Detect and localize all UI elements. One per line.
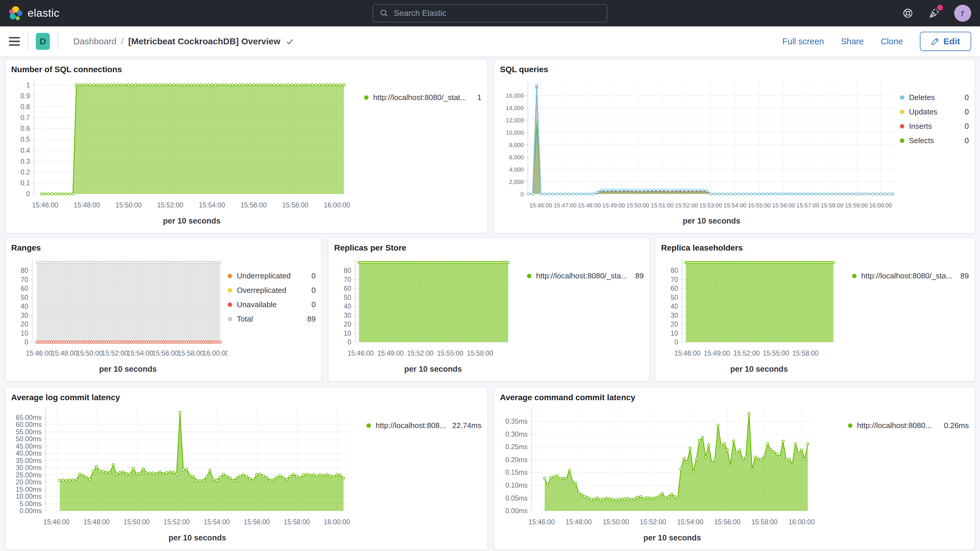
svg-text:15:52:00: 15:52:00	[102, 349, 128, 357]
svg-text:per 10 seconds: per 10 seconds	[169, 533, 226, 542]
chart-sql-connections[interactable]: 00.10.20.30.40.50.60.70.80.9115:46:0015:…	[11, 76, 364, 228]
legend-item[interactable]: Unavailable0	[228, 300, 316, 309]
svg-text:15:58:00: 15:58:00	[282, 201, 309, 209]
full-screen-button[interactable]: Full screen	[782, 37, 824, 46]
panel-title[interactable]: Replicas per Store	[334, 243, 644, 253]
svg-text:0.7: 0.7	[21, 114, 30, 121]
chart-log-commit-latency[interactable]: 0.00ms5.00ms10.00ms15.00ms20.00ms25.00ms…	[11, 404, 366, 545]
panel-title[interactable]: Ranges	[11, 243, 316, 253]
legend-item[interactable]: Deletes0	[900, 93, 969, 102]
svg-text:15:58:00: 15:58:00	[821, 202, 843, 209]
legend-item[interactable]: http://localhost:8080/_sta...89	[527, 271, 644, 280]
chart-svg[interactable]: 0.00ms0.05ms0.10ms0.15ms0.20ms0.25ms0.30…	[500, 404, 848, 545]
chart-svg[interactable]: 0.00ms5.00ms10.00ms15.00ms20.00ms25.00ms…	[11, 404, 366, 545]
svg-text:0: 0	[24, 338, 28, 346]
svg-text:16:00:00: 16:00:00	[203, 349, 228, 357]
svg-text:60.00ms: 60.00ms	[16, 421, 42, 428]
svg-text:10: 10	[670, 330, 678, 337]
svg-text:15:58:00: 15:58:00	[792, 349, 819, 357]
edit-button[interactable]: Edit	[920, 32, 971, 51]
svg-text:15:50:00: 15:50:00	[76, 349, 103, 357]
avatar[interactable]: r	[954, 5, 971, 22]
panel-replicas-per-store: Replicas per Store 0102030405060708015:4…	[328, 238, 650, 381]
page-title[interactable]: [Metricbeat CockroachDB] Overview	[128, 37, 280, 46]
legend-dot	[228, 317, 232, 321]
svg-text:15:46:00: 15:46:00	[32, 201, 58, 209]
chart-command-commit-latency[interactable]: 0.00ms0.05ms0.10ms0.15ms0.20ms0.25ms0.30…	[500, 404, 848, 545]
toolbar-divider	[27, 33, 28, 50]
space-badge[interactable]: D	[36, 33, 50, 50]
chart-ranges[interactable]: 0102030405060708015:46:0015:48:0015:50:0…	[11, 255, 228, 376]
breadcrumb-dashboard[interactable]: Dashboard	[73, 37, 116, 46]
legend-label: http://localhost:8080/_sta...	[536, 271, 627, 280]
legend-dot	[364, 96, 369, 100]
panel-title[interactable]: Number of SQL connections	[11, 65, 482, 74]
svg-text:20.00ms: 20.00ms	[16, 478, 42, 486]
title-menu-button[interactable]	[285, 37, 294, 46]
svg-text:16:00:00: 16:00:00	[324, 518, 350, 526]
panel-title[interactable]: Average log commit latency	[11, 393, 482, 402]
legend-item[interactable]: Total89	[228, 315, 316, 323]
chart-svg[interactable]: 0102030405060708015:46:0015:49:0015:52:0…	[661, 255, 852, 376]
legend-label: Unavailable	[237, 300, 277, 309]
chart-svg[interactable]: 02,0004,0006,0008,00010,00012,00014,0001…	[500, 76, 900, 228]
svg-text:2,000: 2,000	[509, 179, 524, 185]
svg-text:0: 0	[347, 338, 351, 346]
svg-text:0.20ms: 0.20ms	[506, 456, 528, 463]
legend-dot	[852, 274, 856, 278]
svg-text:40: 40	[21, 303, 28, 310]
svg-text:30: 30	[21, 312, 28, 319]
help-button[interactable]	[902, 7, 914, 19]
svg-text:15:52:00: 15:52:00	[675, 202, 698, 209]
svg-text:0.10ms: 0.10ms	[506, 481, 528, 489]
elastic-logo-icon	[9, 6, 22, 21]
global-search[interactable]	[372, 4, 608, 22]
legend-item[interactable]: http://localhost:808...22.74ms	[366, 421, 482, 430]
chart-svg[interactable]: 00.10.20.30.40.50.60.70.80.9115:46:0015:…	[11, 76, 364, 228]
legend-label: Underreplicated	[237, 271, 291, 280]
legend-item[interactable]: http://localhost:8080...0.26ms	[848, 421, 969, 430]
svg-text:15:50:00: 15:50:00	[627, 202, 649, 209]
legend-item[interactable]: http://localhost:8080/_sta...89	[852, 271, 969, 280]
panel-title[interactable]: Average command commit latency	[500, 393, 969, 402]
legend: http://localhost:808...22.74ms	[366, 421, 482, 545]
search-icon	[380, 9, 388, 18]
svg-text:12,000: 12,000	[506, 117, 524, 124]
svg-text:15:46:00: 15:46:00	[26, 349, 52, 357]
search-input[interactable]	[393, 8, 600, 18]
legend-item[interactable]: Underreplicated0	[228, 271, 316, 280]
legend-value: 0	[958, 136, 969, 145]
legend-item[interactable]: Selects0	[900, 136, 969, 145]
svg-text:60: 60	[21, 285, 28, 292]
svg-text:per 10 seconds: per 10 seconds	[643, 533, 701, 542]
panel-title[interactable]: Replica leaseholders	[661, 243, 969, 253]
legend: http://localhost:8080/_sta...89	[852, 271, 969, 376]
svg-text:15:54:00: 15:54:00	[204, 518, 230, 526]
svg-text:15:48:00: 15:48:00	[83, 518, 110, 526]
app-header: elastic r	[0, 0, 980, 26]
chart-replicas-per-store[interactable]: 0102030405060708015:46:0015:49:0015:52:0…	[334, 255, 527, 376]
clone-button[interactable]: Clone	[881, 37, 903, 46]
toolbar-divider	[57, 33, 58, 50]
svg-text:5.00ms: 5.00ms	[20, 500, 42, 508]
legend-item[interactable]: Overreplicated0	[228, 286, 316, 295]
svg-text:per 10 seconds: per 10 seconds	[683, 217, 741, 225]
avatar-initial: r	[961, 8, 964, 19]
legend-item[interactable]: Inserts0	[900, 122, 969, 131]
news-button[interactable]	[928, 7, 940, 19]
chart-svg[interactable]: 0102030405060708015:46:0015:49:0015:52:0…	[334, 255, 527, 376]
menu-button[interactable]	[9, 37, 20, 46]
chart-sql-queries[interactable]: 02,0004,0006,0008,00010,00012,00014,0001…	[500, 76, 900, 228]
legend-dot	[527, 274, 531, 278]
panel-title[interactable]: SQL queries	[500, 65, 969, 74]
svg-text:15:59:00: 15:59:00	[845, 202, 868, 209]
svg-text:0.1: 0.1	[21, 179, 30, 187]
svg-text:40: 40	[670, 303, 678, 310]
legend-item[interactable]: http://localhost:8080/_stat...1	[364, 93, 482, 102]
chart-replica-leaseholders[interactable]: 0102030405060708015:46:0015:49:0015:52:0…	[661, 255, 852, 376]
chart-svg[interactable]: 0102030405060708015:46:0015:48:0015:50:0…	[11, 255, 228, 376]
share-button[interactable]: Share	[841, 37, 864, 46]
svg-text:80: 80	[670, 267, 678, 274]
legend-item[interactable]: Updates0	[900, 107, 969, 116]
legend-value: 89	[301, 315, 316, 323]
